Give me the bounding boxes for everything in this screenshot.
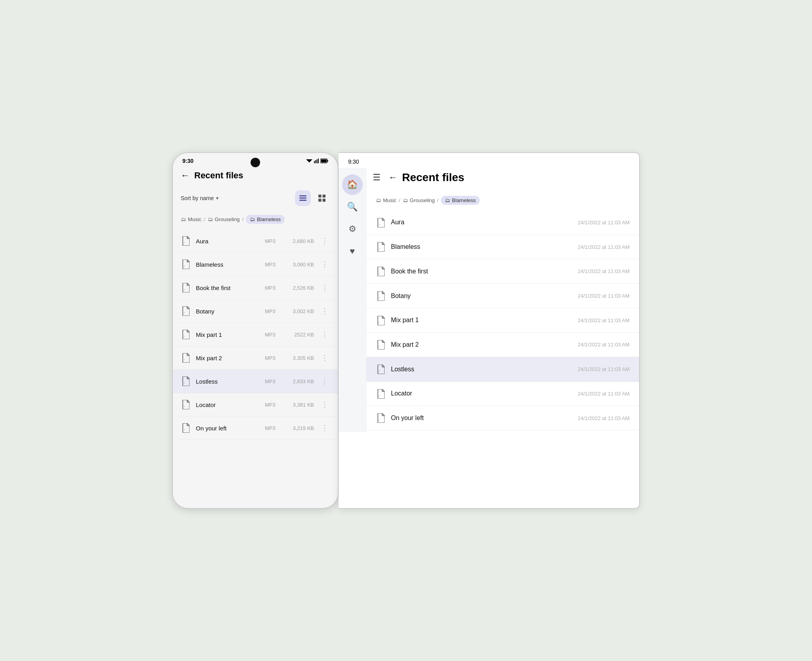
file-row[interactable]: ♪ Blameless 24/1/2022 at 11:03 AM — [366, 235, 639, 260]
sort-chevron-icon: ▾ — [216, 195, 218, 201]
more-options-icon[interactable]: ⋮ — [320, 422, 330, 434]
file-name: Blameless — [391, 243, 572, 250]
sidebar-item-settings[interactable]: ⚙ — [342, 219, 363, 239]
file-type: MP3 — [265, 262, 281, 267]
file-row[interactable]: ♪ On your left 24/1/2022 at 11:03 AM — [366, 406, 639, 431]
file-row[interactable]: ♪ Locator MP3 3,381 KB ⋮ — [173, 393, 338, 416]
file-name: Aura — [391, 219, 572, 226]
svg-text:♪: ♪ — [184, 311, 185, 314]
phone-file-list: ♪ Aura MP3 2,680 KB ⋮ ♪ Blameless MP3 3,… — [173, 228, 338, 441]
file-type: MP3 — [265, 402, 281, 408]
file-row[interactable]: ♪ Mix part 1 MP3 2522 KB ⋮ — [173, 323, 338, 346]
svg-text:♪: ♪ — [184, 265, 185, 267]
tablet-breadcrumb-grouseling-label: Grouseling — [410, 197, 435, 203]
grid-view-button[interactable] — [314, 190, 330, 206]
sidebar-item-home[interactable]: 🏠 — [342, 174, 363, 195]
phone-status-bar: 9:30 — [173, 153, 338, 167]
file-row[interactable]: ♪ Botany MP3 3,002 KB ⋮ — [173, 300, 338, 323]
file-row[interactable]: ♪ Lostless MP3 2,833 KB ⋮ — [173, 370, 338, 393]
file-name: On your left — [391, 415, 572, 422]
file-date: 24/1/2022 at 11:03 AM — [578, 293, 630, 299]
file-row[interactable]: ♪ Mix part 2 MP3 3,305 KB ⋮ — [173, 346, 338, 370]
file-name: Mix part 2 — [391, 341, 572, 348]
file-size: 2,833 KB — [286, 378, 314, 384]
battery-icon — [320, 159, 328, 163]
tablet-breadcrumb: 🗂 Music / 🗂 Grouseling / 🗂 Blameless — [366, 192, 639, 209]
audio-file-icon: ♪ — [181, 283, 190, 293]
wifi-icon — [306, 159, 312, 163]
tablet-breadcrumb-music[interactable]: 🗂 Music — [376, 197, 396, 203]
file-row[interactable]: ♪ Book the first MP3 2,526 KB ⋮ — [173, 276, 338, 300]
file-type: MP3 — [265, 425, 281, 431]
phone-back-button[interactable]: ← — [181, 170, 190, 181]
file-type: MP3 — [265, 378, 281, 384]
breadcrumb-music[interactable]: 🗂 Music — [181, 216, 201, 222]
file-row[interactable]: ♪ Aura MP3 2,680 KB ⋮ — [173, 229, 338, 253]
more-options-icon[interactable]: ⋮ — [320, 305, 330, 317]
file-date: 24/1/2022 at 11:03 AM — [578, 268, 630, 274]
tablet-breadcrumb-blameless[interactable]: 🗂 Blameless — [441, 196, 480, 205]
audio-file-icon: ♪ — [376, 389, 385, 399]
file-row[interactable]: ♪ Botany 24/1/2022 at 11:03 AM — [366, 284, 639, 308]
breadcrumb-blameless-label: Blameless — [257, 216, 281, 222]
more-options-icon[interactable]: ⋮ — [320, 258, 330, 270]
file-row[interactable]: ♪ Book the first 24/1/2022 at 11:03 AM — [366, 259, 639, 284]
tablet-status-bar: 9:30 — [339, 153, 639, 168]
file-row[interactable]: ♪ On your left MP3 3,219 KB ⋮ — [173, 416, 338, 440]
file-date: 24/1/2022 at 11:03 AM — [578, 317, 630, 323]
svg-text:♪: ♪ — [379, 394, 380, 397]
audio-file-icon: ♪ — [376, 242, 385, 252]
file-type: MP3 — [265, 355, 281, 361]
more-options-icon[interactable]: ⋮ — [320, 375, 330, 387]
folder-icon: 🗂 — [403, 197, 408, 203]
tablet-breadcrumb-grouseling[interactable]: 🗂 Grouseling — [403, 197, 435, 203]
file-name: Locator — [391, 390, 572, 397]
sidebar-item-search[interactable]: 🔍 — [342, 197, 363, 217]
file-row[interactable]: ♪ Blameless MP3 3,060 KB ⋮ — [173, 253, 338, 276]
more-options-icon[interactable]: ⋮ — [320, 352, 330, 364]
more-options-icon[interactable]: ⋮ — [320, 282, 330, 294]
file-name: Mix part 1 — [196, 331, 259, 338]
file-name: Book the first — [391, 268, 572, 275]
sort-control[interactable]: Sort by name ▾ — [181, 195, 218, 201]
folder-icon: 🗂 — [181, 216, 186, 222]
file-size: 3,060 KB — [286, 262, 314, 267]
phone-header: ← Recent files — [173, 167, 338, 187]
phone-breadcrumb: 🗂 Music / 🗂 Grouseling / 🗂 Blameless — [173, 211, 338, 228]
file-type: MP3 — [265, 285, 281, 291]
tablet-breadcrumb-sep-1: / — [399, 197, 400, 203]
svg-text:♪: ♪ — [184, 382, 185, 384]
file-row[interactable]: ♪ Lostless 24/1/2022 at 11:03 AM — [366, 357, 639, 382]
breadcrumb-grouseling[interactable]: 🗂 Grouseling — [208, 216, 240, 222]
file-row[interactable]: ♪ Locator 24/1/2022 at 11:03 AM — [366, 382, 639, 406]
more-options-icon[interactable]: ⋮ — [320, 399, 330, 411]
file-name: Book the first — [196, 285, 259, 291]
phone-screen: 9:30 ← Re — [172, 152, 339, 509]
file-row[interactable]: ♪ Aura 24/1/2022 at 11:03 AM — [366, 210, 639, 235]
file-size: 3,002 KB — [286, 308, 314, 314]
audio-file-icon: ♪ — [181, 353, 190, 363]
tablet-back-button[interactable]: ← — [389, 172, 397, 183]
more-options-icon[interactable]: ⋮ — [320, 235, 330, 247]
breadcrumb-blameless[interactable]: 🗂 Blameless — [246, 215, 285, 224]
svg-text:♪: ♪ — [379, 296, 380, 299]
menu-icon[interactable]: ☰ — [373, 172, 381, 183]
file-name: Mix part 2 — [196, 355, 259, 361]
folder-icon-active: 🗂 — [250, 216, 255, 222]
file-row[interactable]: ♪ Mix part 1 24/1/2022 at 11:03 AM — [366, 308, 639, 333]
sidebar-item-favorites[interactable]: ♥ — [342, 241, 363, 262]
file-size: 2522 KB — [286, 332, 314, 338]
tablet-breadcrumb-blameless-label: Blameless — [452, 197, 476, 203]
folder-icon: 🗂 — [376, 197, 381, 203]
audio-file-icon: ♪ — [376, 413, 385, 423]
file-row[interactable]: ♪ Mix part 2 24/1/2022 at 11:03 AM — [366, 333, 639, 357]
file-name: Aura — [196, 238, 259, 245]
file-type: MP3 — [265, 332, 281, 338]
more-options-icon[interactable]: ⋮ — [320, 329, 330, 340]
svg-text:♪: ♪ — [184, 288, 185, 290]
phone-time: 9:30 — [182, 158, 193, 164]
file-name: Blameless — [196, 261, 259, 268]
svg-text:♪: ♪ — [184, 241, 185, 244]
list-view-button[interactable] — [295, 190, 311, 206]
grid-view-icon — [318, 195, 326, 202]
